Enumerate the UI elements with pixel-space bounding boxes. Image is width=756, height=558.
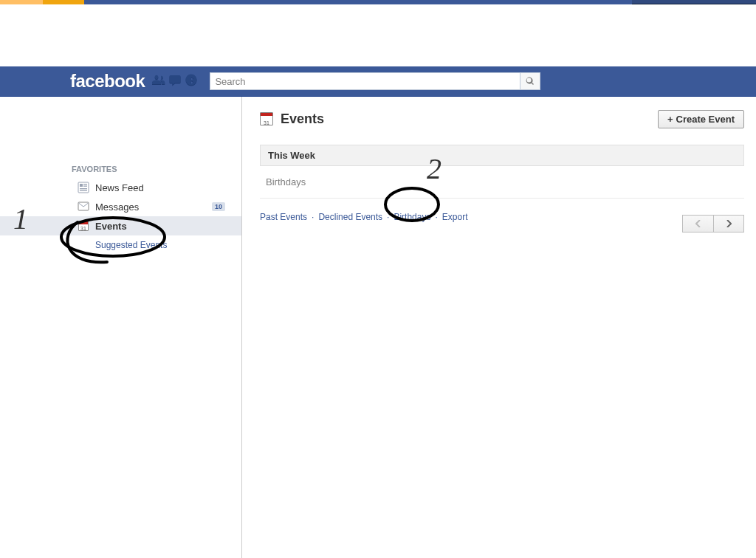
page-title: Events	[281, 111, 324, 127]
sidebar-item-label: News Feed	[95, 182, 144, 193]
calendar-icon	[78, 220, 89, 232]
link-birthdays[interactable]: Birthdays	[394, 212, 430, 222]
sidebar-item-suggested-events[interactable]: Suggested Events	[0, 235, 241, 255]
notifications-icon[interactable]	[185, 73, 198, 90]
link-past-events[interactable]: Past Events	[260, 212, 307, 222]
messages-icon[interactable]	[168, 73, 182, 90]
svg-rect-4	[80, 188, 87, 189]
this-week-header: This Week	[260, 145, 744, 166]
create-event-label: Create Event	[676, 114, 735, 125]
pager-prev-button[interactable]	[682, 215, 713, 232]
header-icon-row	[152, 73, 198, 90]
messages-badge: 10	[212, 202, 225, 211]
link-declined-events[interactable]: Declined Events	[318, 212, 382, 222]
create-event-button[interactable]: + Create Event	[658, 110, 744, 128]
facebook-header: facebook	[0, 66, 756, 97]
page-title-wrap: Events	[260, 111, 324, 127]
search-input[interactable]	[210, 72, 520, 90]
browser-chrome-bar	[0, 0, 756, 4]
event-pager	[682, 215, 744, 232]
browser-blank-area	[0, 4, 756, 66]
page-header: Events + Create Event	[260, 110, 744, 128]
events-footer-links: Past Events· Declined Events· Birthdays·…	[260, 212, 744, 222]
sidebar-item-label: Suggested Events	[78, 240, 167, 250]
link-export[interactable]: Export	[442, 212, 468, 222]
search-container	[210, 72, 540, 90]
left-sidebar: FAVORITES News Feed Messages 10 Events S…	[0, 97, 241, 558]
chevron-right-icon	[726, 220, 732, 227]
calendar-icon	[260, 112, 275, 127]
search-button[interactable]	[520, 72, 540, 90]
sidebar-item-events[interactable]: Events	[0, 216, 241, 235]
svg-rect-3	[83, 186, 87, 187]
svg-rect-5	[80, 190, 87, 191]
sidebar-item-label: Messages	[95, 202, 139, 213]
sidebar-item-newsfeed[interactable]: News Feed	[0, 178, 241, 197]
chevron-left-icon	[695, 220, 701, 227]
search-icon	[526, 77, 535, 86]
sidebar-item-label: Events	[95, 221, 127, 232]
main-content: Events + Create Event This Week Birthday…	[241, 97, 756, 558]
birthdays-row[interactable]: Birthdays	[260, 173, 744, 199]
favorites-header: FAVORITES	[0, 165, 241, 173]
svg-rect-1	[80, 184, 83, 187]
browser-chrome-right	[632, 0, 756, 4]
newsfeed-icon	[78, 182, 89, 193]
plus-icon: +	[667, 114, 673, 125]
friend-requests-icon[interactable]	[152, 73, 165, 90]
content-wrap: FAVORITES News Feed Messages 10 Events S…	[0, 97, 756, 558]
messages-nav-icon	[78, 201, 89, 213]
sidebar-item-messages[interactable]: Messages 10	[0, 197, 241, 216]
svg-rect-2	[83, 184, 87, 185]
facebook-logo[interactable]: facebook	[70, 71, 145, 92]
pager-next-button[interactable]	[713, 215, 744, 232]
